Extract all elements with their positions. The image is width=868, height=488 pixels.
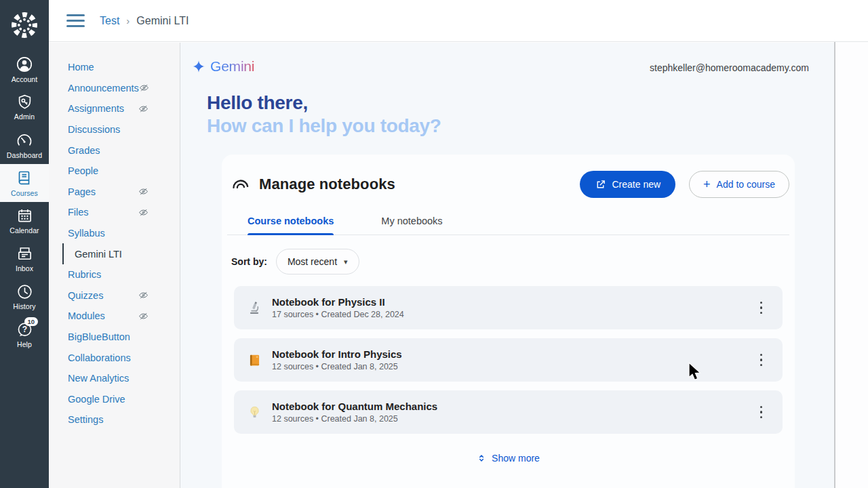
hidden-eye-icon — [138, 104, 149, 114]
notebook-meta: 12 sources • Created Jan 8, 2025 — [272, 414, 437, 424]
course-nav-discussions[interactable]: Discussions — [49, 119, 180, 140]
course-nav-rubrics[interactable]: Rubrics — [49, 264, 180, 285]
sidebar-item-label: Account — [12, 75, 38, 83]
course-nav-collaborations[interactable]: Collaborations — [49, 347, 180, 368]
sidebar-item-label: Admin — [14, 113, 35, 121]
notebook-meta: 17 sources • Created Dec 28, 2024 — [272, 310, 404, 319]
sidebar-item-label: History — [13, 302, 35, 310]
gemini-spark-icon — [192, 60, 205, 73]
sidebar-item-label: Help — [17, 340, 32, 348]
gemini-brand: Gemini — [192, 58, 254, 75]
sidebar-item-label: Dashboard — [7, 151, 42, 159]
course-nav-files[interactable]: Files — [49, 202, 180, 223]
notebook-meta: 12 sources • Created Jan 8, 2025 — [272, 362, 402, 371]
dropdown-caret-icon: ▾ — [344, 258, 348, 266]
sidebar-item-inbox[interactable]: Inbox — [0, 240, 49, 278]
add-to-course-button[interactable]: + Add to course — [689, 171, 789, 198]
account-email: stephkeller@homeroomacademy.com — [650, 62, 809, 73]
sidebar-item-label: Courses — [11, 189, 38, 197]
course-nav-new-analytics[interactable]: New Analytics — [49, 368, 180, 389]
account-icon — [16, 56, 33, 73]
card-actions: Create new + Add to course — [580, 171, 790, 198]
sidebar-item-account[interactable]: Account — [0, 50, 49, 88]
sidebar-item-courses[interactable]: Courses — [0, 164, 49, 202]
screen: Account Admin Dashboard Co — [0, 0, 868, 488]
notebook-menu-button[interactable] — [755, 296, 768, 319]
sort-by-label: Sort by: — [231, 256, 267, 267]
course-nav-assignments[interactable]: Assignments — [49, 98, 180, 119]
open-in-new-icon — [595, 179, 606, 190]
course-nav-google-drive[interactable]: Google Drive — [49, 389, 180, 410]
notebook-tabs: Course notebooks My notebooks — [227, 216, 789, 235]
greeting-line-1: Hello there, — [207, 92, 441, 115]
gemini-wordmark: Gemini — [210, 58, 254, 75]
help-badge: 10 — [24, 317, 39, 326]
create-new-button[interactable]: Create new — [580, 171, 676, 198]
greeting-line-2: How can I help you today? — [207, 115, 441, 138]
tab-course-notebooks[interactable]: Course notebooks — [248, 216, 334, 235]
sidebar-item-calendar[interactable]: Calendar — [0, 202, 49, 240]
notebook-row[interactable]: Notebook for Intro Physics 12 sources • … — [234, 338, 783, 382]
lightbulb-icon — [246, 405, 262, 420]
sort-row: Sort by: Most recent ▾ — [227, 249, 789, 274]
sidebar-item-dashboard[interactable]: Dashboard — [0, 126, 49, 164]
dashboard-gauge-icon — [16, 131, 33, 149]
inbox-icon — [16, 245, 33, 262]
canvas-logo[interactable] — [0, 0, 49, 50]
sidebar-item-admin[interactable]: Admin — [0, 88, 49, 126]
hidden-eye-icon — [139, 83, 149, 93]
history-clock-icon — [16, 283, 33, 300]
course-nav-modules[interactable]: Modules — [49, 306, 180, 327]
course-nav-gemini-lti[interactable]: Gemini LTI — [62, 243, 180, 264]
card-header: Manage notebooks Create new + Add to cou… — [227, 171, 789, 198]
calendar-icon — [16, 207, 33, 224]
page-right-margin — [835, 43, 868, 488]
canvas-logo-icon — [9, 9, 40, 41]
notebook-title: Notebook for Intro Physics — [272, 348, 402, 360]
card-title: Manage notebooks — [259, 176, 395, 193]
sidebar-item-help[interactable]: ? 10 Help — [0, 316, 49, 354]
scrollbar-track[interactable] — [834, 42, 835, 488]
microscope-icon — [246, 300, 262, 315]
course-nav-grades[interactable]: Grades — [49, 140, 180, 161]
hidden-eye-icon — [138, 207, 149, 218]
hidden-eye-icon — [138, 311, 149, 321]
svg-text:?: ? — [22, 325, 26, 334]
sidebar-item-label: Calendar — [9, 226, 39, 235]
notebook-list: Notebook for Physics II 17 sources • Cre… — [234, 286, 783, 434]
hidden-eye-icon — [138, 290, 149, 300]
notebook-row[interactable]: Notebook for Quantum Mechanics 12 source… — [234, 390, 783, 434]
course-nav-announcements[interactable]: Announcements — [49, 78, 180, 99]
course-nav-syllabus[interactable]: Syllabus — [49, 223, 180, 244]
notebook-menu-button[interactable] — [755, 348, 768, 371]
sort-dropdown[interactable]: Most recent ▾ — [276, 249, 359, 274]
global-sidebar: Account Admin Dashboard Co — [0, 0, 49, 488]
gemini-lti-content: Gemini stephkeller@homeroomacademy.com H… — [180, 43, 834, 488]
course-nav-pages[interactable]: Pages — [49, 182, 180, 203]
book-icon — [246, 353, 262, 367]
show-more-button[interactable]: Show more — [477, 453, 540, 464]
course-nav-settings[interactable]: Settings — [49, 409, 180, 430]
unfold-more-icon — [477, 453, 486, 463]
sidebar-item-history[interactable]: History — [0, 278, 49, 316]
hamburger-menu-icon[interactable] — [65, 12, 86, 30]
course-nav-bigbluebutton[interactable]: BigBlueButton — [49, 327, 180, 348]
notebook-title: Notebook for Physics II — [272, 296, 404, 308]
breadcrumb-separator: › — [126, 15, 130, 26]
notebook-title: Notebook for Quantum Mechanics — [272, 401, 437, 412]
notebook-row[interactable]: Notebook for Physics II 17 sources • Cre… — [234, 286, 783, 329]
admin-shield-icon — [16, 94, 33, 110]
course-nav-home[interactable]: Home — [49, 57, 180, 78]
breadcrumb: Test › Gemini LTI — [100, 15, 189, 27]
manage-notebooks-card: Manage notebooks Create new + Add to cou… — [222, 155, 795, 488]
breadcrumb-course-link[interactable]: Test — [100, 15, 119, 27]
notebook-menu-button[interactable] — [755, 400, 768, 424]
course-nav-people[interactable]: People — [49, 161, 180, 182]
tab-my-notebooks[interactable]: My notebooks — [381, 216, 442, 235]
sidebar-item-label: Inbox — [16, 264, 33, 272]
course-nav-quizzes[interactable]: Quizzes — [49, 285, 180, 306]
breadcrumb-current-page: Gemini LTI — [136, 15, 189, 27]
greeting: Hello there, How can I help you today? — [207, 92, 441, 138]
top-bar: Test › Gemini LTI — [49, 0, 868, 42]
courses-book-icon — [16, 169, 33, 187]
